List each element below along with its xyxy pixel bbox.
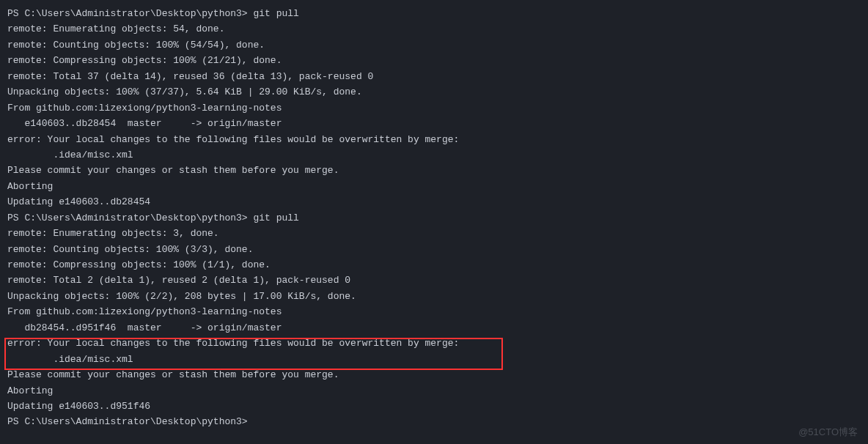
terminal-line: error: Your local changes to the followi… <box>7 132 861 147</box>
terminal-line: remote: Enumerating objects: 3, done. <box>7 226 861 241</box>
terminal-line: db28454..d951f46 master -> origin/master <box>7 320 861 336</box>
terminal-line: .idea/misc.xml <box>7 147 861 163</box>
terminal-line: error: Your local changes to the followi… <box>7 336 861 351</box>
watermark-text: @51CTO博客 <box>798 424 858 440</box>
terminal-line: PS C:\Users\Administrator\Desktop\python… <box>7 414 861 429</box>
terminal-line: remote: Total 37 (delta 14), reused 36 (… <box>7 69 861 84</box>
terminal-output[interactable]: PS C:\Users\Administrator\Desktop\python… <box>7 6 861 430</box>
terminal-line: PS C:\Users\Administrator\Desktop\python… <box>7 6 861 21</box>
terminal-line: From github.com:lizexiong/python3-learni… <box>7 100 861 116</box>
terminal-line: remote: Total 2 (delta 1), reused 2 (del… <box>7 273 861 288</box>
terminal-line: remote: Compressing objects: 100% (1/1),… <box>7 257 861 273</box>
terminal-line: .idea/misc.xml <box>7 352 861 367</box>
terminal-line: remote: Enumerating objects: 54, done. <box>7 21 861 37</box>
terminal-line: Updating e140603..db28454 <box>7 194 861 210</box>
terminal-line: remote: Counting objects: 100% (3/3), do… <box>7 242 861 257</box>
terminal-line: Updating e140603..d951f46 <box>7 399 861 414</box>
terminal-line: Aborting <box>7 383 861 399</box>
terminal-line: Aborting <box>7 179 861 194</box>
terminal-line: e140603..db28454 master -> origin/master <box>7 116 861 131</box>
terminal-line: remote: Compressing objects: 100% (21/21… <box>7 53 861 68</box>
terminal-line: Unpacking objects: 100% (2/2), 208 bytes… <box>7 289 861 304</box>
terminal-line: remote: Counting objects: 100% (54/54), … <box>7 37 861 53</box>
terminal-line: PS C:\Users\Administrator\Desktop\python… <box>7 210 861 226</box>
terminal-line: From github.com:lizexiong/python3-learni… <box>7 304 861 319</box>
terminal-line: Please commit your changes or stash them… <box>7 367 861 382</box>
terminal-line: Please commit your changes or stash them… <box>7 163 861 178</box>
terminal-line: Unpacking objects: 100% (37/37), 5.64 Ki… <box>7 84 861 100</box>
